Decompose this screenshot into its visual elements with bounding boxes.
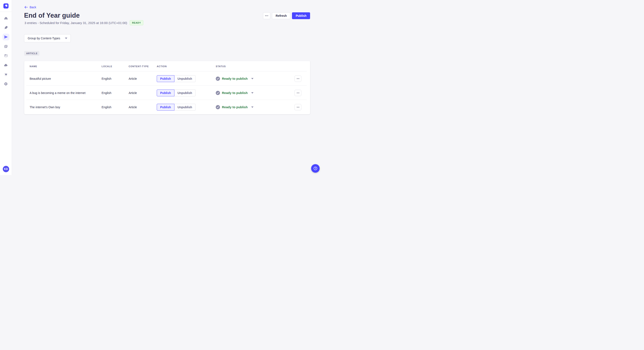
entry-name: The internet's Own boy (30, 105, 102, 109)
user-avatar[interactable]: KD (3, 166, 9, 172)
gear-icon (4, 82, 8, 86)
release-page: KD Back End of Year guide 3 entries - Sc… (0, 0, 322, 175)
sidebar-item-settings[interactable] (2, 80, 9, 87)
sidebar-item-content[interactable] (2, 24, 9, 31)
unpublish-toggle-button[interactable]: Unpublish (174, 75, 196, 82)
entry-locale: English (102, 105, 129, 109)
sidebar-nav (0, 12, 12, 87)
sidebar-item-deploy[interactable] (2, 62, 9, 68)
publish-toggle-button[interactable]: Publish (157, 104, 174, 111)
release-summary: 3 entries - Scheduled for Friday, Januar… (24, 21, 127, 25)
entry-locale: English (102, 91, 129, 95)
entry-name: A bug is becoming a meme on the internet (30, 91, 102, 95)
sidebar-item-media-library[interactable] (2, 43, 9, 50)
table-header-row: NAME LOCALE CONTENT-TYPE ACTION STATUS (24, 61, 310, 71)
content-type-group-badge: ARTICLE (24, 51, 40, 56)
row-actions-button[interactable] (294, 75, 301, 82)
entry-action-toggle: Publish Unpublish (157, 104, 216, 111)
ellipsis-icon (265, 15, 268, 16)
paper-plane-icon (4, 35, 8, 39)
caret-down-icon (251, 92, 254, 94)
check-circle-icon (216, 105, 220, 109)
entry-status-dropdown[interactable]: Ready to publish (216, 105, 294, 109)
group-by-value: Group by Content-Types (28, 37, 60, 40)
layout-panel-icon (4, 54, 8, 58)
pictures-icon (4, 44, 8, 48)
column-header-name: NAME (30, 65, 102, 68)
entry-content-type: Article (129, 77, 157, 80)
home-icon (4, 16, 8, 20)
column-header-locale: LOCALE (102, 65, 129, 68)
caret-down-icon (251, 106, 254, 108)
more-options-button[interactable] (263, 12, 270, 19)
column-header-action: ACTION (157, 65, 216, 68)
sidebar-item-home[interactable] (2, 15, 9, 22)
unpublish-toggle-button[interactable]: Unpublish (174, 90, 196, 96)
entry-content-type: Article (129, 105, 157, 109)
header-actions: Refresh Publish (263, 12, 310, 19)
back-link[interactable]: Back (24, 5, 36, 9)
cloud-icon (4, 63, 8, 67)
refresh-button[interactable]: Refresh (272, 12, 290, 19)
column-header-status: STATUS (216, 65, 294, 68)
sidebar-item-content-type-builder[interactable] (2, 52, 9, 59)
entry-status-label: Ready to publish (222, 77, 248, 80)
status-badge: READY (130, 20, 143, 25)
strapi-logo-icon[interactable] (4, 3, 8, 8)
entry-locale: English (102, 77, 129, 80)
entries-table: NAME LOCALE CONTENT-TYPE ACTION STATUS B… (24, 61, 310, 114)
entry-action-toggle: Publish Unpublish (157, 90, 216, 96)
publish-release-button[interactable]: Publish (292, 12, 310, 19)
entry-content-type: Article (129, 91, 157, 95)
page-title: End of Year guide (24, 12, 80, 19)
publish-toggle-button[interactable]: Publish (157, 90, 174, 96)
help-button[interactable] (311, 164, 320, 173)
shopping-cart-icon (4, 72, 8, 77)
help-question-mark-icon (313, 166, 318, 171)
publish-toggle-button[interactable]: Publish (157, 75, 174, 82)
back-label: Back (30, 5, 36, 9)
table-row: A bug is becoming a meme on the internet… (24, 86, 310, 100)
table-row: Beautiful picture English Article Publis… (24, 71, 310, 86)
entry-name: Beautiful picture (30, 77, 102, 80)
entry-status-dropdown[interactable]: Ready to publish (216, 91, 294, 95)
ellipsis-icon (297, 107, 300, 108)
sidebar: KD (0, 0, 12, 175)
ellipsis-icon (297, 93, 300, 93)
check-circle-icon (216, 77, 220, 81)
entry-status-dropdown[interactable]: Ready to publish (216, 77, 294, 81)
sidebar-header (0, 0, 12, 12)
column-header-content-type: CONTENT-TYPE (129, 65, 157, 68)
subtitle-row: 3 entries - Scheduled for Friday, Januar… (24, 20, 143, 25)
row-actions-button[interactable] (294, 104, 301, 110)
sidebar-item-marketplace[interactable] (2, 71, 9, 78)
unpublish-toggle-button[interactable]: Unpublish (174, 104, 196, 111)
entry-status-label: Ready to publish (222, 91, 248, 95)
row-actions-button[interactable] (294, 90, 301, 96)
check-circle-icon (216, 91, 220, 95)
arrow-left-icon (24, 6, 28, 9)
feather-pen-icon (4, 26, 8, 29)
entry-action-toggle: Publish Unpublish (157, 75, 216, 82)
ellipsis-icon (297, 78, 300, 79)
chevron-down-icon (65, 37, 68, 39)
entry-status-label: Ready to publish (222, 105, 248, 109)
group-by-select[interactable]: Group by Content-Types (24, 34, 71, 42)
table-row: The internet's Own boy English Article P… (24, 100, 310, 114)
sidebar-item-releases[interactable] (2, 34, 9, 40)
caret-down-icon (251, 78, 254, 80)
